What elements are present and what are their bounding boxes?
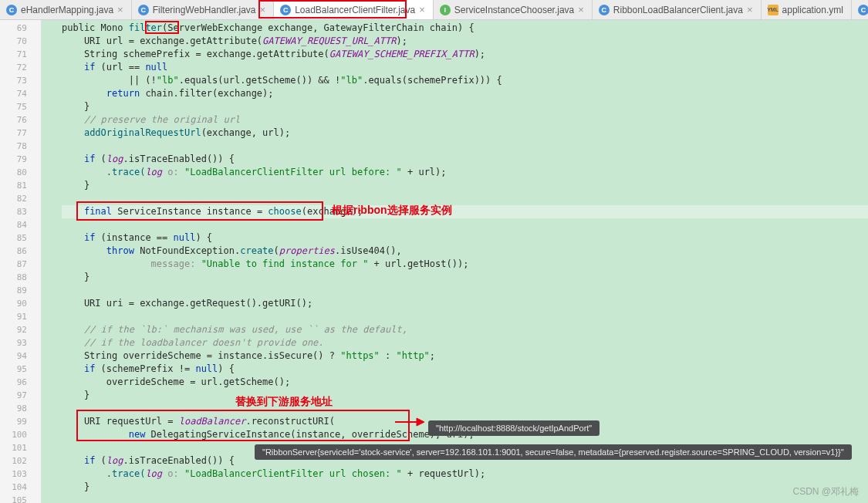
tab-filteringwebhandler[interactable]: CFilteringWebHandler.java× [132, 0, 274, 19]
close-icon[interactable]: × [747, 4, 753, 15]
annotation-replace: 替换到下游服务地址 [235, 395, 333, 409]
tab-serviceinstancechooser[interactable]: IServiceInstanceChooser.java× [434, 0, 593, 19]
tab-ribbonloadbalancerclient[interactable]: CRibbonLoadBalancerClient.java× [593, 0, 762, 19]
arrow-icon [393, 415, 424, 429]
svg-marker-1 [417, 418, 424, 426]
close-icon[interactable]: × [419, 4, 425, 15]
tab-applicationyml[interactable]: YMLapplication.yml [762, 0, 852, 19]
editor-tabs: CeHandlerMapping.java× CFilteringWebHand… [0, 0, 868, 20]
java-interface-icon: I [440, 5, 451, 15]
yaml-icon: YML [768, 5, 778, 15]
java-class-icon: C [858, 5, 868, 15]
close-icon[interactable]: × [260, 4, 266, 15]
tooltip-server: "RibbonServer{serviceId='stock-service',… [255, 444, 852, 460]
java-class-icon: C [280, 5, 291, 15]
tab-loadbalancerclientfilter[interactable]: CLoadBalancerClientFilter.java× [274, 0, 434, 19]
java-class-icon: C [6, 5, 17, 15]
watermark: CSDN @邓礼梅 [792, 485, 859, 498]
java-class-icon: C [138, 5, 149, 15]
annotation-ribbon: 根据ribbon选择服务实例 [332, 204, 452, 218]
java-class-icon: C [599, 5, 610, 15]
tab-ehandlermapping[interactable]: CeHandlerMapping.java× [0, 0, 132, 19]
line-gutter: 6970717273747576777879808182838485868788… [0, 20, 42, 503]
tab-routedefin[interactable]: CRouteDefin [852, 0, 868, 19]
tooltip-url: "http://localhost:8888/stock/getIpAndPor… [428, 420, 599, 436]
close-icon[interactable]: × [117, 4, 123, 15]
close-icon[interactable]: × [578, 4, 584, 15]
